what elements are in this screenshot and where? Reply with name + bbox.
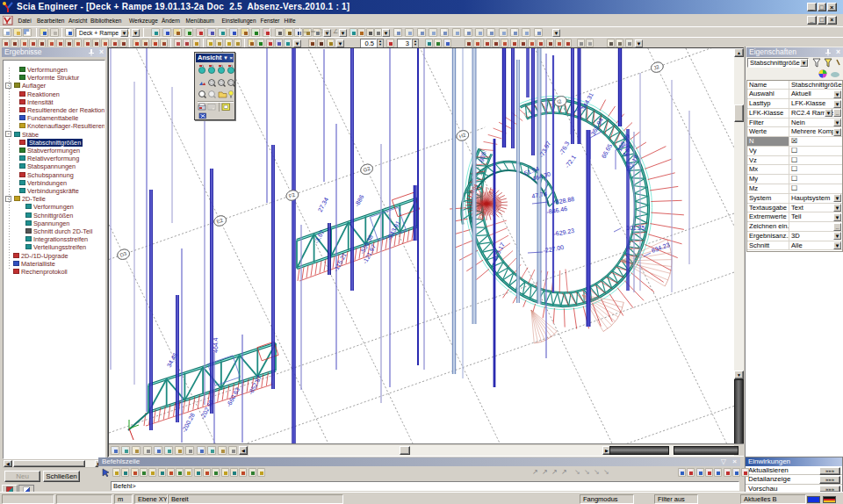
svg-text:66.65: 66.65: [601, 143, 613, 160]
svg-text:-886: -886: [354, 194, 365, 208]
svg-text:-72.1: -72.1: [564, 154, 577, 169]
svg-text:362.94: 362.94: [590, 117, 604, 136]
svg-text:-652.87: -652.87: [248, 374, 263, 395]
svg-text:-76.3: -76.3: [558, 140, 571, 155]
svg-text:-629.23: -629.23: [553, 227, 575, 237]
svg-text:101.25: 101.25: [626, 225, 645, 231]
svg-text:47.74: 47.74: [531, 191, 548, 199]
svg-text:-906: -906: [478, 151, 486, 164]
svg-text:634.23: 634.23: [651, 241, 671, 254]
svg-text:-3.67: -3.67: [313, 229, 326, 244]
svg-text:27.34: 27.34: [317, 197, 329, 213]
svg-text:-200.28: -200.28: [181, 412, 196, 433]
svg-text:464.4: 464.4: [213, 337, 219, 353]
